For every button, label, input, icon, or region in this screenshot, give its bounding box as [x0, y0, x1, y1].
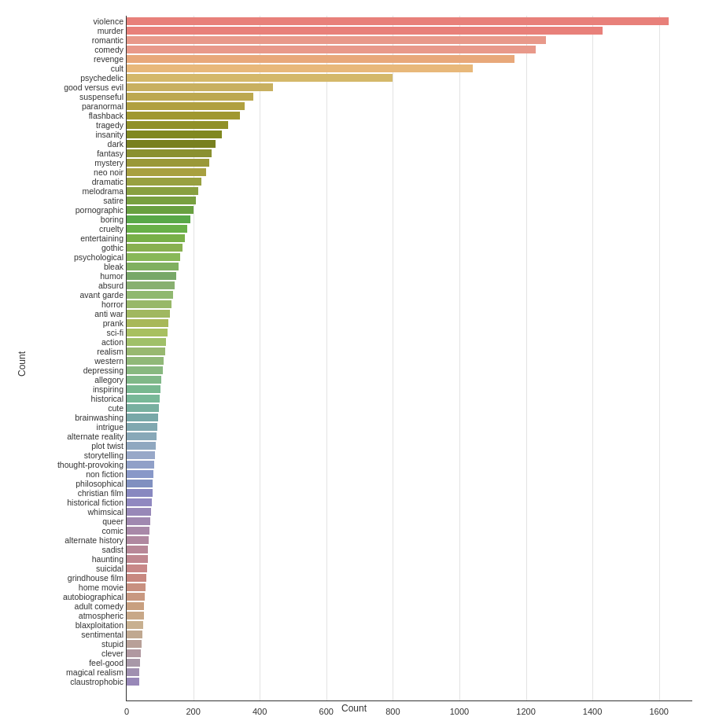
bar — [127, 649, 141, 657]
bar-row: plot twist — [127, 442, 692, 450]
bar-label: humor — [100, 271, 124, 281]
bar-label: haunting — [92, 554, 124, 564]
bar — [127, 36, 546, 44]
bar-label: bleak — [104, 262, 124, 271]
bar — [127, 631, 142, 638]
x-tick-label: 0 — [124, 707, 129, 716]
bar — [127, 93, 253, 101]
bar — [127, 621, 143, 629]
bar — [127, 536, 149, 544]
bar — [127, 225, 187, 233]
bar — [127, 442, 156, 450]
y-axis-label: Count — [17, 351, 28, 377]
bar-row: suicidal — [127, 564, 692, 572]
bar — [127, 159, 209, 167]
bar — [127, 498, 152, 506]
bar-label: non fiction — [86, 469, 124, 479]
bar — [127, 17, 669, 25]
bar-label: sci-fi — [106, 328, 124, 337]
bar-row: neo noir — [127, 168, 692, 176]
bar-row: action — [127, 338, 692, 346]
bar-label: psychological — [74, 252, 124, 262]
bar-label: autobiographical — [63, 592, 124, 601]
bar-label: realism — [97, 347, 124, 356]
bar — [127, 347, 165, 355]
x-tick-label: 1600 — [649, 707, 668, 716]
bar-row: anti war — [127, 310, 692, 318]
bar-row: cruelty — [127, 225, 692, 233]
bar-label: storytelling — [84, 450, 124, 460]
bar — [127, 319, 168, 327]
bar — [127, 385, 160, 393]
bar — [127, 640, 142, 648]
bar — [127, 395, 160, 403]
bar — [127, 131, 222, 138]
bar — [127, 489, 153, 497]
x-tick-label: 800 — [385, 707, 400, 716]
bar — [127, 555, 148, 563]
bar-row: melodrama — [127, 187, 692, 195]
bar — [127, 678, 139, 686]
bar-label: suicidal — [96, 564, 124, 573]
bar-row: brainwashing — [127, 414, 692, 421]
bar — [127, 451, 155, 459]
bar-label: boring — [101, 215, 124, 224]
bar — [127, 206, 194, 214]
bar-label: murder — [98, 26, 124, 35]
bar-row: dramatic — [127, 178, 692, 186]
bar — [127, 668, 139, 676]
bar — [127, 414, 158, 421]
x-tick-label: 1200 — [516, 707, 535, 716]
bar-label: prank — [103, 318, 124, 328]
bar-label: blaxploitation — [76, 620, 124, 630]
bar — [127, 574, 146, 582]
bar-row: revenge — [127, 55, 692, 63]
bar-row: allegory — [127, 376, 692, 384]
bar — [127, 480, 153, 487]
bar — [127, 74, 393, 82]
bar-label: horror — [101, 300, 124, 309]
bar — [127, 602, 144, 610]
bar-row: suspenseful — [127, 93, 692, 101]
bar-label: melodrama — [82, 186, 124, 196]
bar-row: absurd — [127, 281, 692, 289]
bar-row: horror — [127, 300, 692, 308]
bar-label: neo noir — [94, 167, 124, 177]
bar — [127, 55, 514, 63]
bar — [127, 404, 159, 412]
bar-row: psychological — [127, 253, 692, 261]
bar-row: bleak — [127, 263, 692, 270]
bar-row: prank — [127, 319, 692, 327]
bar-row: flashback — [127, 112, 692, 119]
bar — [127, 244, 183, 252]
bar — [127, 149, 212, 157]
bar-label: depressing — [83, 366, 124, 375]
bar-label: christian film — [78, 488, 124, 498]
bar-label: brainwashing — [75, 413, 124, 422]
bar-row: magical realism — [127, 668, 692, 676]
bar-label: magical realism — [66, 667, 124, 677]
bar — [127, 178, 201, 186]
bar-row: non fiction — [127, 470, 692, 478]
bar-label: action — [101, 337, 124, 347]
bar-label: violence — [93, 17, 124, 26]
bar — [127, 508, 151, 516]
bar-label: claustrophobic — [70, 677, 124, 686]
bar-row: gothic — [127, 244, 692, 252]
bar-label: adult comedy — [75, 601, 124, 611]
bar-row: murder — [127, 27, 692, 35]
bar — [127, 281, 175, 289]
bar — [127, 291, 173, 299]
bar-label: cult — [111, 64, 124, 73]
bar-label: feel-good — [89, 658, 124, 667]
bar-row: claustrophobic — [127, 678, 692, 686]
bar-label: alternate history — [65, 535, 124, 545]
bar-label: cruelty — [99, 224, 124, 233]
bar-row: blaxploitation — [127, 621, 692, 629]
bar — [127, 546, 148, 553]
bar-label: philosophical — [76, 479, 124, 488]
bar-label: intrigue — [97, 422, 124, 432]
bar-row: historical fiction — [127, 498, 692, 506]
bar-row: storytelling — [127, 451, 692, 459]
bar-row: tragedy — [127, 121, 692, 129]
